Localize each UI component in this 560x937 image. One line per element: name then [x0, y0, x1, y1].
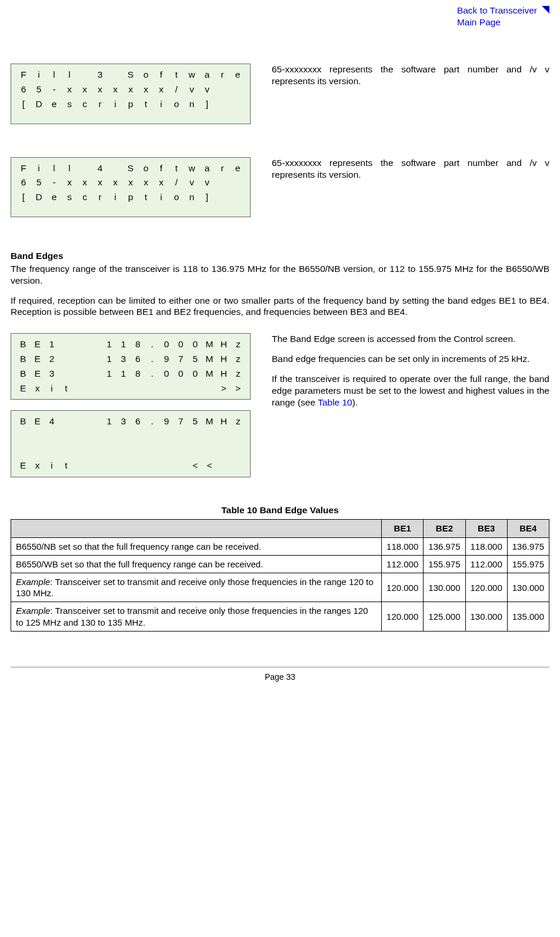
lcd-band-edges-2: BE4 136.975MHz Exit <<: [11, 410, 251, 477]
lcd-fill-3-software: Fill 3 Software 65-xxxxxxx/vv [Descripti…: [11, 64, 251, 124]
fill3-description: 65-xxxxxxxx represents the software part…: [272, 64, 549, 87]
table-cell: 118.000: [465, 537, 507, 555]
table-cell: 130.000: [507, 573, 549, 602]
table-header-empty: [11, 520, 382, 537]
band-edges-p2: If required, reception can be limited to…: [11, 295, 549, 318]
page-footer: Page 33: [11, 667, 549, 683]
table-cell: 155.975: [424, 555, 465, 573]
table-cell: 130.000: [424, 573, 465, 602]
table10-link[interactable]: Table 10: [318, 397, 352, 407]
band-edges-p1: The frequency range of the transceiver i…: [11, 263, 549, 287]
table-cell: 120.000: [382, 573, 424, 602]
table-cell: 112.000: [382, 555, 424, 573]
back-link[interactable]: Back to Transceiver Main Page: [457, 5, 537, 28]
table-cell: 125.000: [424, 602, 465, 631]
table-header-be4: BE4: [507, 520, 549, 537]
table-header-be3: BE3: [465, 520, 507, 537]
table-row-label: B6550/WB set so that the full frequency …: [11, 555, 382, 573]
table-cell: 120.000: [465, 573, 507, 602]
table-row: B6550/WB set so that the full frequency …: [11, 555, 549, 573]
table-cell: 120.000: [382, 602, 424, 631]
table-cell: 136.975: [424, 537, 465, 555]
table-cell: 118.000: [382, 537, 424, 555]
fill4-description: 65-xxxxxxxx represents the software part…: [272, 157, 549, 181]
table-cell: 155.975: [507, 555, 549, 573]
band-desc-p3: If the transceiver is required to operat…: [272, 373, 549, 408]
table-row: Example: Transceiver set to transmit and…: [11, 573, 549, 602]
band-desc-p2: Band edge frequencies can be set only in…: [272, 353, 549, 365]
lcd-fill-4-software: Fill 4 Software 65-xxxxxxx/vv [Descripti…: [11, 157, 251, 217]
table-cell: 135.000: [507, 602, 549, 631]
table10-title: Table 10 Band Edge Values: [11, 504, 549, 516]
lcd-band-edges-1: BE1 118.000MHz BE2 136.975MHz BE3 118.00…: [11, 333, 251, 400]
table-header-be1: BE1: [382, 520, 424, 537]
table-cell: 136.975: [507, 537, 549, 555]
table-band-edge-values: BE1 BE2 BE3 BE4 B6550/NB set so that the…: [11, 519, 549, 631]
table-cell: 130.000: [465, 602, 507, 631]
table-row: Example: Transceiver set to transmit and…: [11, 602, 549, 631]
back-link-line2: Main Page: [457, 17, 501, 27]
table-row-label: Example: Transceiver set to transmit and…: [11, 602, 382, 631]
table-row-label: Example: Transceiver set to transmit and…: [11, 573, 382, 602]
table-cell: 112.000: [465, 555, 507, 573]
band-desc-p1: The Band Edge screen is accessed from th…: [272, 333, 549, 345]
section-title-band-edges: Band Edges: [11, 250, 549, 262]
table-header-be2: BE2: [424, 520, 465, 537]
back-link-line1: Back to Transceiver: [457, 5, 537, 15]
table-row: B6550/NB set so that the full frequency …: [11, 537, 549, 555]
table-row-label: B6550/NB set so that the full frequency …: [11, 537, 382, 555]
back-arrow-icon[interactable]: [542, 6, 549, 14]
band-edge-description: The Band Edge screen is accessed from th…: [272, 333, 549, 416]
